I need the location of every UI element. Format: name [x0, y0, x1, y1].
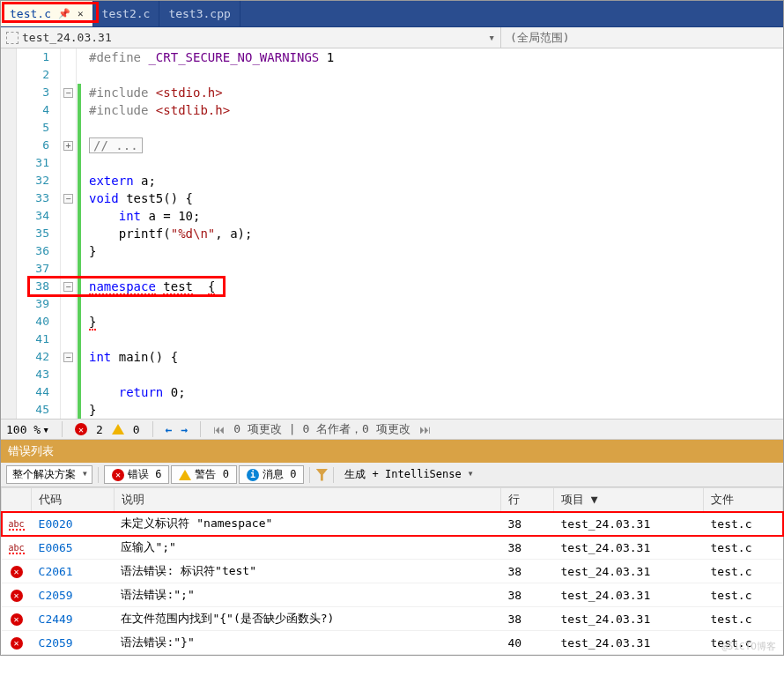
- error-desc: 语法错误:";": [114, 583, 500, 607]
- error-file: test.c: [704, 560, 783, 583]
- highlight-box-namespace: [27, 276, 226, 297]
- error-project: test_24.03.31: [554, 583, 704, 607]
- nav-scope-text: test_24.03.31: [22, 31, 484, 44]
- nav-scope-right[interactable]: (全局范围): [501, 27, 783, 48]
- error-icon: ✕: [11, 613, 23, 626]
- error-code: C2059: [32, 631, 115, 655]
- chevron-down-icon[interactable]: ▾: [488, 31, 495, 44]
- error-line: 40: [501, 631, 554, 655]
- error-file: test.c: [704, 536, 783, 560]
- editor-tabs: test.c📌✕test2.ctest3.cpp: [1, 1, 783, 27]
- watermark: @51CTO博客: [721, 640, 776, 653]
- highlight-box-tab: [2, 2, 99, 23]
- error-icon: ✕: [11, 566, 23, 578]
- changes-text: 0 项更改 | 0 名作者，0 项更改: [233, 421, 410, 437]
- error-desc: 在文件范围内找到"{"(是否缺少函数头?): [114, 607, 500, 631]
- col-file[interactable]: 文件: [704, 488, 783, 512]
- error-count: 2: [96, 423, 103, 436]
- fold-toggle[interactable]: −: [63, 88, 73, 98]
- error-line: 38: [501, 560, 554, 583]
- error-line: 38: [501, 536, 554, 560]
- error-icon: ✕: [112, 469, 124, 481]
- prev-change-icon[interactable]: ⏮: [213, 423, 225, 436]
- col-project[interactable]: 项目 ▼: [554, 488, 704, 512]
- filter-icon[interactable]: [315, 469, 328, 481]
- error-code: E0020: [32, 512, 115, 536]
- errors-filter-button[interactable]: ✕错误 6: [104, 465, 169, 484]
- error-file: test.c: [704, 583, 783, 607]
- error-row[interactable]: ✕ C2059 语法错误:";" 38 test_24.03.31 test.c: [2, 583, 783, 607]
- error-row[interactable]: ✕ C2061 语法错误: 标识符"test" 38 test_24.03.31…: [2, 560, 783, 583]
- warning-icon[interactable]: [112, 424, 124, 434]
- code-content[interactable]: #define _CRT_SECURE_NO_WARNINGS 1#includ…: [82, 48, 783, 419]
- error-code: C2059: [32, 583, 115, 607]
- col-severity[interactable]: [2, 488, 32, 512]
- intellisense-icon: abc: [9, 519, 25, 531]
- messages-filter-button[interactable]: i消息 0: [239, 465, 304, 484]
- tab-test3-cpp[interactable]: test3.cpp: [159, 1, 240, 26]
- error-row[interactable]: ✕ C2059 语法错误:"}" 40 test_24.03.31 test.c: [2, 631, 783, 655]
- error-project: test_24.03.31: [554, 536, 704, 560]
- nav-fwd-icon[interactable]: →: [181, 423, 188, 436]
- error-list-header: 错误列表: [1, 440, 783, 463]
- code-editor[interactable]: 123456313233343536373839404142434445 −+−…: [1, 48, 783, 419]
- error-line: 38: [501, 512, 554, 536]
- error-file: test.c: [704, 512, 783, 536]
- error-icon: ✕: [11, 637, 23, 650]
- error-desc: 语法错误: 标识符"test": [114, 560, 500, 583]
- warning-count: 0: [133, 423, 140, 436]
- col-code[interactable]: 代码: [32, 488, 115, 512]
- error-project: test_24.03.31: [554, 560, 704, 583]
- error-line: 38: [501, 607, 554, 631]
- error-code: E0065: [32, 536, 115, 560]
- error-desc: 未定义标识符 "namespace": [114, 512, 500, 536]
- error-row[interactable]: abc E0020 未定义标识符 "namespace" 38 test_24.…: [2, 512, 783, 536]
- scope-icon: [6, 32, 18, 44]
- nav-scope-left[interactable]: test_24.03.31 ▾: [1, 27, 501, 48]
- nav-bar: test_24.03.31 ▾ (全局范围): [1, 27, 783, 48]
- margin-ruler: [1, 48, 17, 419]
- line-numbers: 123456313233343536373839404142434445: [17, 48, 61, 419]
- error-code: C2061: [32, 560, 115, 583]
- error-table: 代码 说明 行 项目 ▼ 文件 abc E0020 未定义标识符 "namesp…: [1, 487, 783, 655]
- intellisense-icon: abc: [9, 543, 25, 554]
- zoom-control[interactable]: 100 % ▾: [6, 423, 49, 436]
- error-code: C2449: [32, 607, 115, 631]
- error-icon: ✕: [11, 590, 23, 602]
- error-desc: 应输入";": [114, 536, 500, 560]
- warning-icon: [179, 470, 191, 480]
- error-row[interactable]: ✕ C2449 在文件范围内找到"{"(是否缺少函数头?) 38 test_24…: [2, 607, 783, 631]
- build-intellisense-dropdown[interactable]: 生成 + IntelliSense: [339, 466, 477, 483]
- warnings-filter-button[interactable]: 警告 0: [171, 465, 236, 484]
- error-project: test_24.03.31: [554, 631, 704, 655]
- error-project: test_24.03.31: [554, 607, 704, 631]
- tab-label: test3.cpp: [168, 7, 230, 20]
- fold-toggle[interactable]: +: [63, 141, 73, 151]
- nav-scope-right-text: (全局范围): [510, 30, 570, 46]
- editor-status-bar: 100 % ▾ ✕2 0 ← → ⏮ 0 项更改 | 0 名作者，0 项更改 ⏭: [1, 419, 783, 440]
- error-project: test_24.03.31: [554, 512, 704, 536]
- table-header-row[interactable]: 代码 说明 行 项目 ▼ 文件: [2, 488, 783, 512]
- info-icon: i: [247, 469, 259, 481]
- nav-back-icon[interactable]: ←: [166, 423, 173, 436]
- tab-test2-c[interactable]: test2.c: [93, 1, 160, 26]
- col-line[interactable]: 行: [501, 488, 554, 512]
- fold-toggle[interactable]: −: [63, 194, 73, 204]
- error-row[interactable]: abc E0065 应输入";" 38 test_24.03.31 test.c: [2, 536, 783, 560]
- col-desc[interactable]: 说明: [114, 488, 500, 512]
- fold-toggle[interactable]: −: [63, 353, 73, 362]
- error-file: test.c: [704, 607, 783, 631]
- chevron-down-icon[interactable]: ▾: [42, 423, 49, 436]
- next-change-icon[interactable]: ⏭: [419, 423, 431, 436]
- error-icon[interactable]: ✕: [75, 423, 87, 435]
- error-list-toolbar: 整个解决方案 ✕错误 6 警告 0 i消息 0 生成 + IntelliSens…: [1, 463, 783, 487]
- error-desc: 语法错误:"}": [114, 631, 500, 655]
- scope-dropdown[interactable]: 整个解决方案: [6, 465, 92, 484]
- tab-label: test2.c: [102, 7, 151, 20]
- fold-column[interactable]: −+−−−: [61, 48, 77, 419]
- error-line: 38: [501, 583, 554, 607]
